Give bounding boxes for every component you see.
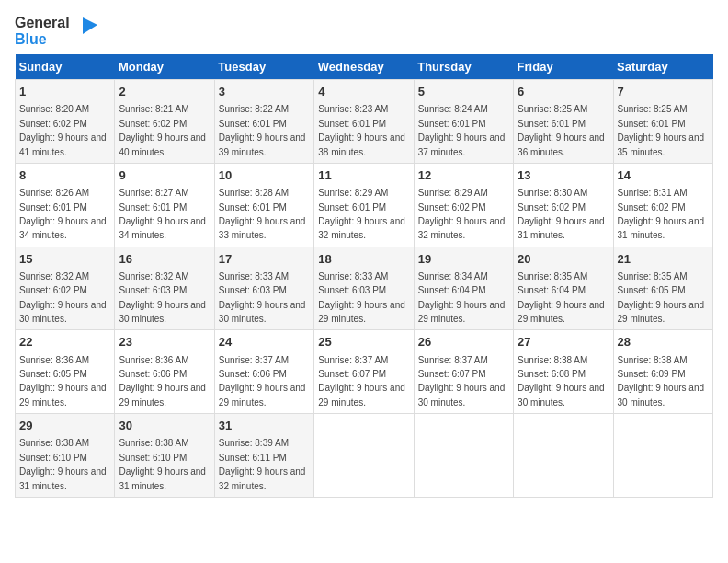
sunrise-text: Sunrise: 8:28 AM <box>219 188 289 198</box>
sunrise-text: Sunrise: 8:39 AM <box>219 438 289 448</box>
day-number: 12 <box>418 167 509 184</box>
header-day-friday: Friday <box>514 54 613 80</box>
daylight-text: Daylight: 9 hours and 31 minutes. <box>618 216 705 240</box>
calendar-cell: 30Sunrise: 8:38 AMSunset: 6:10 PMDayligh… <box>115 414 214 498</box>
logo: General Blue <box>15 15 97 47</box>
sunset-text: Sunset: 6:01 PM <box>318 202 386 213</box>
sunrise-text: Sunrise: 8:35 AM <box>618 271 688 282</box>
sunset-text: Sunset: 6:08 PM <box>518 369 586 379</box>
sunrise-text: Sunrise: 8:33 AM <box>318 271 388 282</box>
daylight-text: Daylight: 9 hours and 35 minutes. <box>618 132 705 156</box>
daylight-text: Daylight: 9 hours and 33 minutes. <box>219 216 306 240</box>
daylight-text: Daylight: 9 hours and 29 minutes. <box>318 300 405 324</box>
sunrise-text: Sunrise: 8:29 AM <box>418 188 488 198</box>
calendar-cell: 31Sunrise: 8:39 AMSunset: 6:11 PMDayligh… <box>214 414 313 498</box>
daylight-text: Daylight: 9 hours and 29 minutes. <box>19 383 107 407</box>
logo-general: General <box>15 15 70 31</box>
day-number: 9 <box>119 167 210 184</box>
calendar-cell: 20Sunrise: 8:35 AMSunset: 6:04 PMDayligh… <box>514 247 613 330</box>
sunset-text: Sunset: 6:01 PM <box>219 119 287 129</box>
day-number: 22 <box>19 334 110 350</box>
calendar-week-1: 1Sunrise: 8:20 AMSunset: 6:02 PMDaylight… <box>16 80 713 164</box>
calendar-cell <box>514 414 613 498</box>
day-number: 21 <box>618 251 709 268</box>
header-day-saturday: Saturday <box>613 54 712 80</box>
daylight-text: Daylight: 9 hours and 39 minutes. <box>219 132 306 156</box>
calendar-cell: 16Sunrise: 8:32 AMSunset: 6:03 PMDayligh… <box>115 247 214 330</box>
header-day-tuesday: Tuesday <box>214 54 313 80</box>
calendar-cell: 24Sunrise: 8:37 AMSunset: 6:06 PMDayligh… <box>214 330 313 414</box>
sunrise-text: Sunrise: 8:36 AM <box>19 355 89 365</box>
calendar-cell <box>414 414 513 498</box>
calendar-week-3: 15Sunrise: 8:32 AMSunset: 6:02 PMDayligh… <box>16 247 713 330</box>
day-number: 23 <box>119 334 210 350</box>
sunset-text: Sunset: 6:11 PM <box>219 453 287 463</box>
sunset-text: Sunset: 6:01 PM <box>418 119 486 129</box>
calendar-cell: 28Sunrise: 8:38 AMSunset: 6:09 PMDayligh… <box>613 330 712 414</box>
calendar-cell: 18Sunrise: 8:33 AMSunset: 6:03 PMDayligh… <box>314 247 414 330</box>
calendar-cell: 2Sunrise: 8:21 AMSunset: 6:02 PMDaylight… <box>115 80 214 164</box>
sunset-text: Sunset: 6:01 PM <box>219 202 287 213</box>
daylight-text: Daylight: 9 hours and 31 minutes. <box>518 216 605 240</box>
day-number: 30 <box>119 418 210 434</box>
daylight-text: Daylight: 9 hours and 36 minutes. <box>518 132 605 156</box>
sunrise-text: Sunrise: 8:33 AM <box>219 271 289 282</box>
sunset-text: Sunset: 6:09 PM <box>618 369 686 379</box>
daylight-text: Daylight: 9 hours and 29 minutes. <box>119 383 206 407</box>
calendar-week-4: 22Sunrise: 8:36 AMSunset: 6:05 PMDayligh… <box>16 330 713 414</box>
sunrise-text: Sunrise: 8:37 AM <box>318 355 388 365</box>
sunset-text: Sunset: 6:01 PM <box>618 119 686 129</box>
day-number: 20 <box>518 251 609 268</box>
sunrise-text: Sunrise: 8:37 AM <box>219 355 289 365</box>
sunset-text: Sunset: 6:05 PM <box>19 369 87 379</box>
sunset-text: Sunset: 6:02 PM <box>618 202 686 213</box>
sunset-text: Sunset: 6:06 PM <box>119 369 187 379</box>
sunrise-text: Sunrise: 8:22 AM <box>219 104 289 114</box>
sunrise-text: Sunrise: 8:23 AM <box>318 104 388 114</box>
sunrise-text: Sunrise: 8:38 AM <box>119 438 188 448</box>
day-number: 31 <box>219 418 310 434</box>
sunset-text: Sunset: 6:10 PM <box>19 453 87 463</box>
svg-marker-0 <box>83 17 97 34</box>
calendar-week-2: 8Sunrise: 8:26 AMSunset: 6:01 PMDaylight… <box>16 163 713 247</box>
sunset-text: Sunset: 6:10 PM <box>119 453 187 463</box>
daylight-text: Daylight: 9 hours and 31 minutes. <box>119 466 206 490</box>
calendar-cell: 19Sunrise: 8:34 AMSunset: 6:04 PMDayligh… <box>414 247 513 330</box>
day-number: 5 <box>418 84 509 100</box>
sunset-text: Sunset: 6:01 PM <box>119 202 187 213</box>
daylight-text: Daylight: 9 hours and 32 minutes. <box>318 216 405 240</box>
calendar-cell: 1Sunrise: 8:20 AMSunset: 6:02 PMDaylight… <box>16 80 115 164</box>
calendar-cell: 5Sunrise: 8:24 AMSunset: 6:01 PMDaylight… <box>414 80 513 164</box>
sunrise-text: Sunrise: 8:36 AM <box>119 355 188 365</box>
calendar-cell: 22Sunrise: 8:36 AMSunset: 6:05 PMDayligh… <box>16 330 115 414</box>
sunset-text: Sunset: 6:05 PM <box>618 285 686 295</box>
day-number: 4 <box>318 84 409 100</box>
day-number: 2 <box>119 84 210 100</box>
sunrise-text: Sunrise: 8:37 AM <box>418 355 488 365</box>
daylight-text: Daylight: 9 hours and 29 minutes. <box>618 300 705 324</box>
calendar-cell: 4Sunrise: 8:23 AMSunset: 6:01 PMDaylight… <box>314 80 414 164</box>
sunrise-text: Sunrise: 8:38 AM <box>19 438 89 448</box>
sunset-text: Sunset: 6:07 PM <box>418 369 486 379</box>
daylight-text: Daylight: 9 hours and 29 minutes. <box>219 383 306 407</box>
sunrise-text: Sunrise: 8:27 AM <box>119 188 188 198</box>
calendar-cell: 15Sunrise: 8:32 AMSunset: 6:02 PMDayligh… <box>16 247 115 330</box>
sunrise-text: Sunrise: 8:26 AM <box>19 188 89 198</box>
sunset-text: Sunset: 6:02 PM <box>119 119 187 129</box>
sunrise-text: Sunrise: 8:24 AM <box>418 104 488 114</box>
sunrise-text: Sunrise: 8:38 AM <box>618 355 688 365</box>
header: General Blue <box>15 15 713 47</box>
day-number: 11 <box>318 167 409 184</box>
daylight-text: Daylight: 9 hours and 40 minutes. <box>119 132 206 156</box>
sunrise-text: Sunrise: 8:31 AM <box>618 188 688 198</box>
day-number: 28 <box>618 334 709 350</box>
sunrise-text: Sunrise: 8:35 AM <box>518 271 587 282</box>
calendar-table: SundayMondayTuesdayWednesdayThursdayFrid… <box>15 54 713 498</box>
day-number: 18 <box>318 251 409 268</box>
day-number: 15 <box>19 251 110 268</box>
daylight-text: Daylight: 9 hours and 38 minutes. <box>318 132 405 156</box>
calendar-cell: 12Sunrise: 8:29 AMSunset: 6:02 PMDayligh… <box>414 163 513 247</box>
daylight-text: Daylight: 9 hours and 41 minutes. <box>19 132 107 156</box>
daylight-text: Daylight: 9 hours and 30 minutes. <box>418 383 506 407</box>
calendar-cell: 21Sunrise: 8:35 AMSunset: 6:05 PMDayligh… <box>613 247 712 330</box>
